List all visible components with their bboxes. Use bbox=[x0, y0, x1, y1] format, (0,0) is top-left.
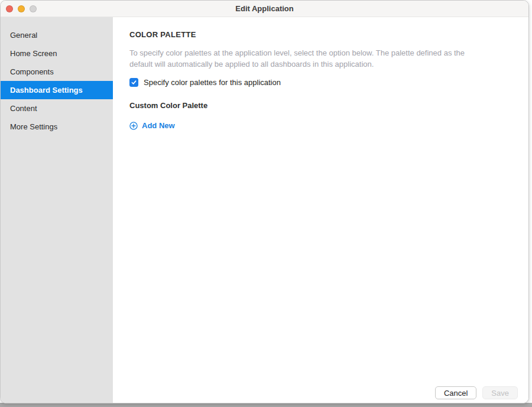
window-title: Edit Application bbox=[235, 4, 293, 13]
circled-plus-icon bbox=[129, 122, 138, 130]
sidebar: General Home Screen Components Dashboard… bbox=[1, 17, 113, 403]
add-new-button[interactable]: Add New bbox=[129, 121, 175, 130]
save-button[interactable]: Save bbox=[482, 386, 518, 399]
minimize-button[interactable] bbox=[18, 5, 25, 12]
backdrop-strip bbox=[0, 403, 532, 407]
sidebar-item-content[interactable]: Content bbox=[1, 99, 113, 118]
cancel-button[interactable]: Cancel bbox=[435, 386, 476, 399]
titlebar: Edit Application bbox=[1, 1, 528, 17]
zoom-button bbox=[30, 5, 37, 12]
specify-palettes-checkbox-row[interactable]: Specify color palettes for this applicat… bbox=[129, 78, 512, 87]
traffic-lights bbox=[6, 5, 37, 12]
section-title: COLOR PALETTE bbox=[129, 30, 512, 39]
sidebar-item-dashboard-settings[interactable]: Dashboard Settings bbox=[1, 81, 113, 99]
checkbox-checked-icon[interactable] bbox=[129, 78, 138, 87]
section-description: To specify color palettes at the applica… bbox=[129, 47, 479, 70]
footer-actions: Cancel Save bbox=[435, 386, 518, 399]
main-panel: COLOR PALETTE To specify color palettes … bbox=[113, 17, 528, 403]
sidebar-item-components[interactable]: Components bbox=[1, 63, 113, 81]
sidebar-item-more-settings[interactable]: More Settings bbox=[1, 118, 113, 136]
sidebar-item-home-screen[interactable]: Home Screen bbox=[1, 44, 113, 63]
specify-palettes-checkbox-label: Specify color palettes for this applicat… bbox=[144, 78, 281, 87]
close-button[interactable] bbox=[6, 5, 13, 12]
window-body: General Home Screen Components Dashboard… bbox=[1, 17, 528, 403]
subsection-title: Custom Color Palette bbox=[129, 101, 512, 110]
edit-application-dialog: Edit Application General Home Screen Com… bbox=[0, 0, 529, 403]
add-new-label: Add New bbox=[142, 121, 175, 130]
sidebar-item-general[interactable]: General bbox=[1, 26, 113, 44]
